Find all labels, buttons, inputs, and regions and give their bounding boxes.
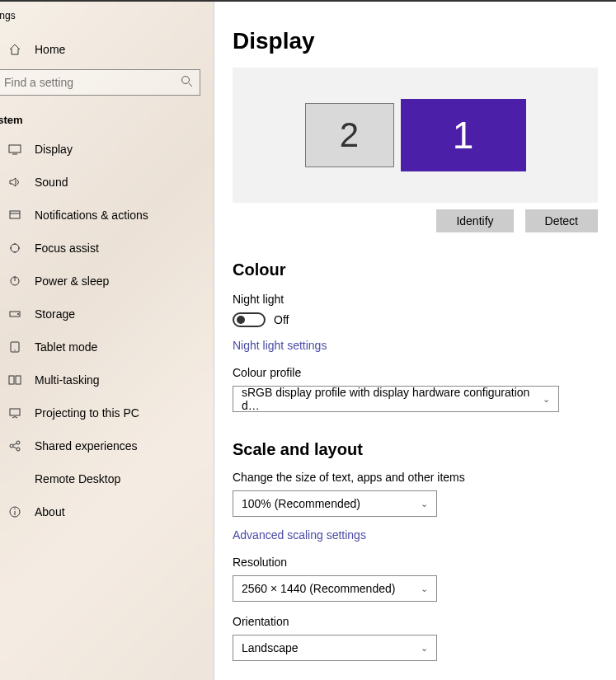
sidebar-item-projecting[interactable]: Projecting to this PC	[0, 396, 214, 429]
page-title: Display	[233, 28, 598, 54]
detect-button[interactable]: Detect	[525, 209, 598, 232]
chevron-down-icon: ⌄	[543, 394, 550, 405]
svg-rect-14	[16, 376, 21, 384]
sidebar-item-about[interactable]: About	[0, 495, 214, 528]
sidebar: ttings Home ystem Display Sound Notifica…	[0, 2, 214, 680]
svg-point-18	[16, 448, 20, 451]
focus-icon	[8, 242, 21, 255]
resolution-select[interactable]: 2560 × 1440 (Recommended) ⌄	[233, 575, 437, 602]
svg-point-10	[17, 313, 19, 315]
svg-rect-4	[10, 211, 20, 218]
orientation-value: Landscape	[242, 641, 299, 654]
monitor-1[interactable]: 1	[401, 99, 526, 171]
sidebar-item-label: Remote Desktop	[35, 472, 120, 485]
sidebar-item-sound[interactable]: Sound	[0, 166, 214, 199]
sidebar-item-storage[interactable]: Storage	[0, 298, 214, 331]
tablet-icon	[8, 340, 21, 354]
svg-rect-15	[10, 409, 20, 415]
svg-point-12	[14, 349, 15, 350]
projecting-icon	[8, 406, 21, 420]
colour-profile-value: sRGB display profile with display hardwa…	[242, 386, 543, 412]
sidebar-item-remote[interactable]: Remote Desktop	[0, 462, 214, 495]
sidebar-item-display[interactable]: Display	[0, 133, 214, 166]
svg-rect-2	[9, 145, 21, 152]
sidebar-item-label: Multi-tasking	[35, 373, 100, 387]
sidebar-item-tablet[interactable]: Tablet mode	[0, 331, 214, 363]
sidebar-item-multitasking[interactable]: Multi-tasking	[0, 363, 214, 396]
chevron-down-icon: ⌄	[421, 499, 428, 509]
home-link[interactable]: Home	[0, 35, 214, 69]
svg-point-17	[16, 441, 20, 444]
multitasking-icon	[8, 373, 21, 387]
scale-heading: Scale and layout	[233, 440, 598, 459]
sidebar-item-label: Projecting to this PC	[35, 406, 139, 420]
night-light-toggle[interactable]	[233, 312, 266, 327]
search-input[interactable]	[0, 69, 200, 96]
svg-rect-13	[9, 376, 14, 384]
identify-button[interactable]: Identify	[436, 209, 513, 232]
sidebar-item-label: Notifications & actions	[35, 209, 148, 222]
sidebar-item-label: About	[35, 505, 65, 518]
sidebar-item-power[interactable]: Power & sleep	[0, 265, 214, 298]
colour-profile-select[interactable]: sRGB display profile with display hardwa…	[233, 386, 559, 412]
svg-line-19	[13, 443, 16, 445]
monitor-2[interactable]: 2	[305, 103, 394, 167]
monitor-arrangement[interactable]: 2 1	[233, 68, 598, 203]
advanced-scaling-link[interactable]: Advanced scaling settings	[233, 528, 366, 542]
colour-heading: Colour	[233, 260, 598, 279]
text-size-label: Change the size of text, apps and other …	[233, 471, 598, 484]
main-content: Display 2 1 Identify Detect Colour Night…	[214, 2, 616, 680]
about-icon	[8, 505, 21, 518]
sidebar-item-label: Display	[35, 143, 73, 156]
home-icon	[8, 43, 21, 56]
svg-line-20	[13, 447, 16, 448]
chevron-down-icon: ⌄	[421, 584, 428, 594]
home-label: Home	[35, 43, 65, 56]
colour-profile-label: Colour profile	[233, 366, 598, 379]
text-size-value: 100% (Recommended)	[242, 497, 360, 510]
search-wrap	[0, 69, 214, 96]
resolution-label: Resolution	[233, 556, 598, 569]
night-light-state: Off	[274, 313, 289, 326]
svg-point-23	[14, 509, 15, 509]
sidebar-item-notifications[interactable]: Notifications & actions	[0, 199, 214, 232]
window-title: ttings	[0, 7, 214, 35]
resolution-value: 2560 × 1440 (Recommended)	[242, 582, 395, 595]
night-light-label: Night light	[233, 293, 598, 306]
orientation-label: Orientation	[233, 615, 598, 628]
power-icon	[8, 274, 21, 288]
sound-icon	[8, 176, 21, 189]
sidebar-item-label: Tablet mode	[35, 340, 97, 354]
sidebar-item-label: Sound	[35, 176, 68, 189]
display-icon	[8, 143, 21, 156]
sidebar-item-label: Storage	[35, 307, 75, 321]
sidebar-section-system: ystem	[0, 96, 214, 133]
orientation-select[interactable]: Landscape ⌄	[233, 635, 437, 661]
night-light-settings-link[interactable]: Night light settings	[233, 339, 327, 352]
chevron-down-icon: ⌄	[421, 643, 428, 654]
storage-icon	[8, 307, 21, 321]
notifications-icon	[8, 209, 21, 222]
shared-icon	[8, 439, 21, 453]
sidebar-item-label: Shared experiences	[35, 439, 138, 453]
sidebar-item-label: Focus assist	[35, 242, 99, 255]
svg-point-6	[11, 244, 19, 252]
sidebar-item-focus-assist[interactable]: Focus assist	[0, 232, 214, 265]
svg-point-16	[10, 444, 13, 448]
text-size-select[interactable]: 100% (Recommended) ⌄	[233, 490, 437, 517]
remote-icon	[8, 472, 21, 485]
sidebar-item-label: Power & sleep	[35, 274, 109, 288]
sidebar-item-shared[interactable]: Shared experiences	[0, 429, 214, 462]
